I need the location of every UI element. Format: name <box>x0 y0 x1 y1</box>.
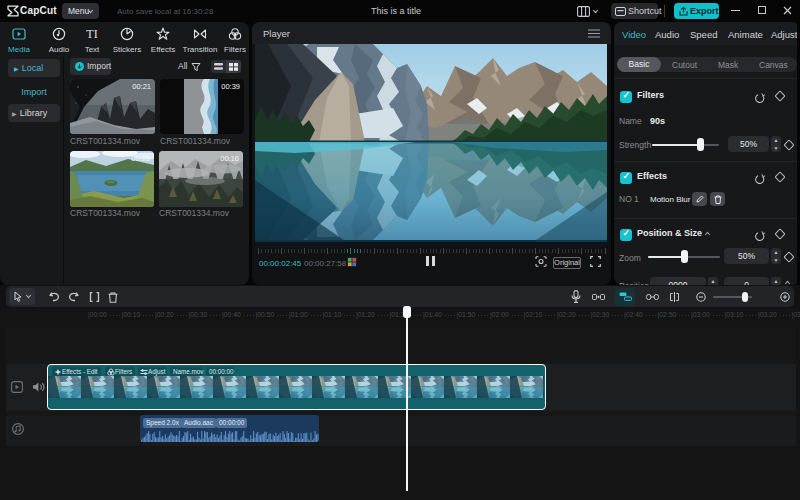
svg-text:TI: TI <box>86 27 97 41</box>
